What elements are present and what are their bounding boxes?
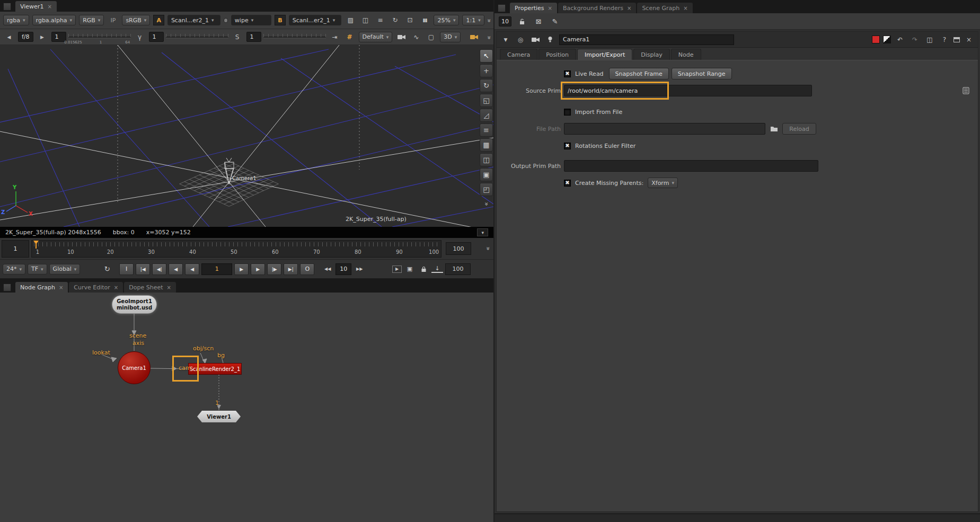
nodegraph-canvas[interactable]: GeoImport1 minibot.usd Camera1 ScanlineR… (0, 293, 493, 522)
timeline-current-frame[interactable]: 1 (2, 240, 29, 258)
create-missing-checkbox[interactable]: ✖ Create Missing Parents: (564, 180, 643, 187)
xform-dropdown[interactable]: Xform ▾ (648, 178, 678, 188)
goto-start-button[interactable]: |◀ (136, 263, 150, 275)
more-tools-icon[interactable]: » (485, 36, 492, 38)
close-icon[interactable]: × (548, 5, 552, 11)
view-mode-dropdown[interactable]: 3D▾ (440, 32, 461, 42)
tab-curve-editor[interactable]: Curve Editor × (69, 282, 123, 293)
channels-dropdown[interactable]: RGB▾ (79, 15, 104, 25)
next-stop-icon[interactable]: ▶ (37, 32, 48, 42)
pause-icon[interactable]: ▮▮ (419, 15, 430, 25)
fstop-value[interactable]: f/8 (18, 32, 33, 42)
flipbook-icon[interactable]: ▶ (392, 266, 402, 273)
saturation-slider[interactable] (263, 33, 326, 41)
node-scanlinerender[interactable]: ScanlineRender2_1 (188, 363, 242, 375)
folder-browse-icon[interactable] (768, 123, 780, 134)
close-icon[interactable]: × (47, 4, 51, 10)
file-path-field[interactable] (564, 123, 765, 135)
play-backward-button[interactable]: ◀ (185, 263, 199, 275)
lock-panels-icon[interactable] (516, 16, 528, 26)
camera-select-icon[interactable] (395, 32, 407, 42)
source-prim-field[interactable] (564, 85, 812, 96)
tab-camera[interactable]: Camera (500, 49, 537, 60)
viewer-process-dropdown[interactable]: sRGB▾ (122, 15, 150, 25)
close-icon[interactable]: × (59, 285, 63, 290)
copy-panel-icon[interactable]: ◫ (924, 34, 935, 45)
set-in-button[interactable]: I (119, 263, 134, 275)
undo-icon[interactable]: ↶ (894, 34, 906, 45)
node-camera1[interactable]: Camera1 (118, 351, 151, 384)
tab-dope-sheet[interactable]: Dope Sheet × (124, 282, 176, 293)
frame-layout-icon[interactable]: ▣ (480, 168, 493, 181)
saturation-value[interactable]: 1 (246, 32, 261, 42)
prev-keyframe-button[interactable]: ◀| (152, 263, 166, 275)
close-icon[interactable]: × (114, 285, 118, 290)
wipe-checker-icon[interactable]: ▨ (345, 15, 356, 25)
tab-background-renders[interactable]: Background Renders × (558, 3, 636, 13)
browse-prim-icon[interactable] (960, 85, 972, 96)
snapshot-frame-button[interactable]: Snapshot Frame (609, 68, 669, 79)
info-dropdown[interactable]: ▾ (477, 228, 488, 236)
layer-dropdown[interactable]: rgba▾ (3, 15, 29, 25)
output-prim-field[interactable] (564, 160, 818, 172)
skew-tool-icon[interactable]: ◿ (480, 109, 493, 122)
pane-menu-icon[interactable] (3, 284, 11, 291)
tab-position[interactable]: Position (538, 49, 576, 60)
clear-panels-icon[interactable]: ⊠ (533, 16, 544, 26)
float-panel-icon[interactable] (953, 37, 960, 42)
translate-tool-icon[interactable]: + (480, 64, 493, 77)
gl-color-swatch[interactable] (883, 36, 891, 43)
tab-display[interactable]: Display (633, 49, 670, 60)
prev-stop-icon[interactable]: ◀ (3, 32, 15, 42)
input-process-toggle[interactable]: IP (107, 15, 119, 25)
input-a-dropdown[interactable]: Scanl...er2_1▾ (167, 15, 220, 25)
lut-dropdown[interactable]: Default▾ (359, 32, 393, 42)
pane-menu-icon[interactable] (3, 3, 11, 11)
help-icon[interactable]: ? (939, 34, 950, 45)
tab-properties[interactable]: Properties × (510, 3, 557, 13)
step-forward-button[interactable]: ▶ (251, 263, 265, 275)
tile-layout-icon[interactable]: ◫ (480, 153, 493, 166)
rows-layout-icon[interactable]: ≡ (480, 123, 493, 137)
viewport-3d[interactable]: Camera1 2K_Super_35(full-ap) Y X Z ↖ + ↻… (0, 45, 493, 227)
render-camera-icon[interactable] (468, 32, 480, 42)
rotations-euler-checkbox[interactable]: ✖ Rotations Euler Filter (564, 143, 635, 149)
layer-list-icon[interactable]: ≡ (374, 15, 386, 25)
zoom-dropdown[interactable]: 25%▾ (434, 15, 459, 25)
marquee-icon[interactable]: ▢ (425, 32, 437, 42)
more-tools-icon[interactable]: » (483, 202, 490, 205)
redo-icon[interactable]: ↷ (909, 34, 921, 45)
input-process-icon[interactable]: ⇥ (329, 32, 341, 42)
input-b-dropdown[interactable]: Scanl...er2_1▾ (289, 15, 342, 25)
close-icon[interactable]: × (167, 285, 171, 290)
node-color-swatch[interactable] (872, 36, 880, 43)
refresh-icon[interactable]: ↻ (389, 15, 401, 25)
tab-import-export[interactable]: Import/Export (577, 49, 632, 60)
play-forward-button[interactable]: ▶ (234, 263, 249, 275)
loop-mode-icon[interactable]: ↻ (101, 264, 113, 274)
tab-viewer1[interactable]: Viewer1 × (15, 1, 57, 12)
next-keyframe-button[interactable]: |▶ (267, 263, 281, 275)
light-icon[interactable] (544, 34, 556, 45)
step-back-button[interactable]: ◀ (169, 263, 183, 275)
node-geoimport1[interactable]: GeoImport1 minibot.usd (112, 295, 157, 314)
node-viewer1[interactable]: Viewer1 (197, 411, 241, 422)
curve-tool-icon[interactable]: ∿ (410, 32, 422, 42)
import-from-file-checkbox[interactable]: Import From File (564, 109, 622, 116)
stack-view-icon[interactable]: ◫ (359, 15, 371, 25)
rotate-tool-icon[interactable]: ↻ (480, 79, 493, 92)
quad-view-icon[interactable]: ◰ (480, 183, 493, 196)
range-mode-dropdown[interactable]: Global▾ (49, 264, 81, 275)
goto-end-button[interactable]: ▶| (284, 263, 298, 275)
set-out-button[interactable]: O (300, 263, 314, 275)
scale-tool-icon[interactable]: ◱ (480, 94, 493, 107)
frame-step-field[interactable]: 10 (336, 263, 351, 275)
node-name-field[interactable] (559, 34, 734, 45)
gamma-value[interactable]: 1 (149, 32, 164, 42)
wipe-dropdown[interactable]: wipe▾ (231, 15, 272, 25)
edit-node-icon[interactable]: ✎ (549, 16, 561, 26)
proxy-dropdown[interactable]: 1:1▾ (462, 15, 484, 25)
more-tools-icon[interactable]: » (485, 19, 492, 21)
export-icon[interactable]: ↓ (431, 266, 443, 273)
timeline-more-icon[interactable]: » (484, 246, 491, 249)
